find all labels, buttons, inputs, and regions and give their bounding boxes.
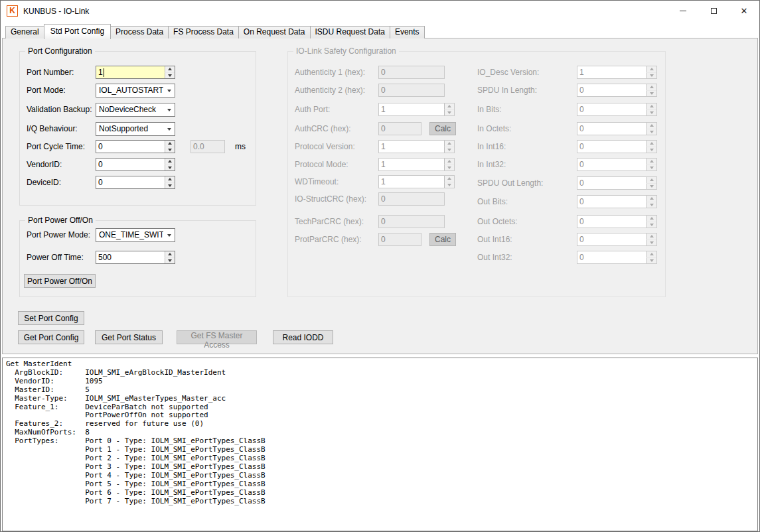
in-octets-input: 0 (577, 122, 657, 135)
protparcrc-calc-button: Calc (429, 233, 456, 246)
tab-std-port-config[interactable]: Std Port Config (44, 24, 111, 39)
port-mode-select[interactable]: IOL_AUTOSTART (96, 84, 175, 98)
protparcrc-label: ProtParCRC (hex): (295, 235, 362, 244)
spinner-buttons[interactable] (165, 159, 175, 170)
device-id-input[interactable]: 0 (96, 176, 175, 189)
spin-down-icon (646, 222, 656, 228)
spin-up-icon (444, 176, 454, 182)
spdu-out-length-input: 0 (577, 176, 657, 190)
authcrc-label: AuthCRC (hex): (295, 124, 351, 133)
port-cycle-time-input[interactable]: 0 (96, 140, 175, 153)
spin-down-icon (646, 109, 656, 116)
maximize-button[interactable] (698, 1, 729, 21)
spin-down-icon (646, 257, 656, 264)
wdtimeout-input: 1 (378, 175, 455, 188)
spin-down-icon[interactable] (165, 257, 175, 264)
spin-down-icon[interactable] (165, 72, 175, 79)
protparcrc-field: 0 (378, 233, 421, 246)
tab-fs-process-data[interactable]: FS Process Data (168, 26, 239, 38)
spin-up-icon (646, 103, 656, 109)
text-caret (104, 68, 104, 77)
get-fs-master-access-button: Get FS Master Access (177, 330, 257, 344)
iq-behaviour-select[interactable]: NotSupported (96, 122, 175, 136)
minimize-icon (680, 11, 686, 11)
spin-up-icon[interactable] (165, 251, 175, 257)
port-power-title: Port Power Off/On (25, 216, 96, 225)
tab-events[interactable]: Events (390, 26, 425, 38)
port-number-input[interactable]: 1 (96, 66, 175, 79)
io-structcrc-label: IO-StructCRC (hex): (295, 194, 366, 204)
get-port-status-button[interactable]: Get Port Status (95, 330, 163, 344)
io-desc-version-label: IO_Desc Version: (477, 68, 539, 77)
spinner-buttons[interactable] (165, 251, 175, 263)
out-octets-input: 0 (577, 215, 657, 228)
std-port-config-page: Port Configuration Port Number: 1 Port M… (2, 38, 758, 354)
spdu-in-length-value: 0 (577, 84, 646, 96)
in-int16-value: 0 (577, 141, 646, 153)
out-int32-label: Out Int32: (477, 253, 512, 262)
spin-up-icon[interactable] (165, 66, 175, 72)
tab-general[interactable]: General (5, 26, 44, 38)
authcrc-calc-button: Calc (429, 122, 456, 135)
port-power-mode-select[interactable]: ONE_TIME_SWITCI (96, 228, 175, 242)
vendor-id-input[interactable]: 0 (96, 158, 175, 171)
auth-port-input: 1 (378, 103, 455, 116)
spinner-buttons (646, 216, 656, 228)
spin-up-icon (646, 251, 656, 257)
spin-up-icon (646, 123, 656, 129)
spinner-buttons (646, 66, 656, 78)
log-output[interactable]: Get MasterIdent ArgBlockID: IOLM_SMI_eAr… (2, 358, 758, 531)
spin-up-icon (646, 66, 656, 72)
port-mode-value: IOL_AUTOSTART (96, 84, 163, 97)
in-bits-input: 0 (577, 103, 657, 116)
set-port-config-button[interactable]: Set Port Config (18, 311, 84, 325)
power-off-time-input[interactable]: 500 (96, 251, 175, 264)
spin-down-icon (646, 90, 656, 97)
spin-down-icon[interactable] (165, 147, 175, 153)
device-id-label: DeviceID: (27, 178, 61, 187)
spinner-buttons (646, 233, 656, 245)
spin-up-icon[interactable] (165, 176, 175, 182)
port-cycle-time-value: 0 (96, 141, 165, 153)
tab-process-data[interactable]: Process Data (110, 26, 169, 38)
wdtimeout-value: 1 (379, 176, 444, 188)
spinner-buttons[interactable] (165, 141, 175, 153)
minimize-button[interactable] (668, 1, 698, 21)
port-power-off-on-button[interactable]: Port Power Off/On (24, 274, 96, 288)
spin-down-icon[interactable] (165, 182, 175, 189)
port-configuration-title: Port Configuration (25, 46, 95, 56)
out-int32-value: 0 (577, 251, 646, 263)
spin-down-icon (646, 165, 656, 171)
wdtimeout-label: WDTimeout: (295, 177, 339, 186)
close-button[interactable]: ✕ (729, 1, 759, 21)
spin-down-icon (646, 202, 656, 208)
spin-up-icon (444, 159, 454, 165)
tab-isdu-request-data[interactable]: ISDU Request Data (310, 26, 390, 38)
spin-up-icon (646, 84, 656, 90)
vendor-id-value: 0 (96, 159, 165, 170)
tab-on-request-data[interactable]: On Request Data (238, 26, 311, 38)
out-octets-label: Out Octets: (477, 217, 518, 226)
spinner-buttons[interactable] (165, 176, 175, 188)
in-int32-input: 0 (577, 158, 657, 171)
device-id-value: 0 (96, 176, 165, 188)
port-cycle-time-unit-label: ms (235, 142, 246, 151)
authenticity2-field: 0 (378, 84, 445, 97)
spdu-out-length-value: 0 (577, 177, 646, 189)
close-icon: ✕ (741, 6, 748, 16)
validation-backup-select[interactable]: NoDeviceCheck (96, 103, 175, 117)
spinner-buttons (646, 84, 656, 96)
spin-down-icon[interactable] (165, 165, 175, 171)
iq-behaviour-label: I/Q Behaviour: (27, 124, 78, 133)
spinner-buttons[interactable] (165, 66, 175, 78)
out-bits-input: 0 (577, 195, 657, 208)
spinner-buttons (646, 196, 656, 208)
spinner-buttons (444, 159, 454, 170)
read-iodd-button[interactable]: Read IODD (273, 330, 333, 344)
authenticity1-label: Authenticity 1 (hex): (295, 68, 365, 77)
get-port-config-button[interactable]: Get Port Config (18, 330, 84, 344)
spin-up-icon[interactable] (165, 159, 175, 165)
spin-up-icon[interactable] (165, 141, 175, 147)
in-bits-value: 0 (577, 103, 646, 115)
title-bar: K KUNBUS - IO-Link ✕ (1, 1, 759, 21)
